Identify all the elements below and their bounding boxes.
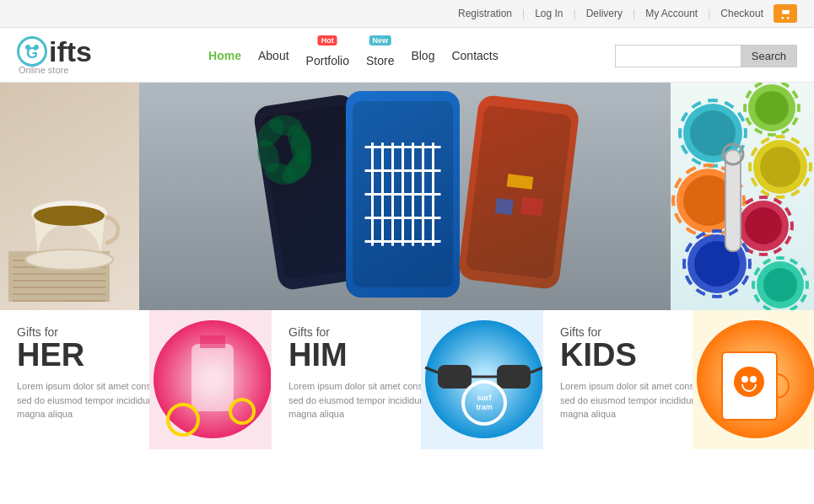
registration-link[interactable]: Registration (458, 8, 512, 19)
product-sections: Gifts for HER Lorem ipsum dolor sit amet… (0, 310, 814, 449)
new-badge: New (369, 35, 391, 46)
logo-brand: ifts (49, 37, 92, 66)
cart-button[interactable] (774, 4, 797, 23)
hero-right-image (671, 83, 814, 310)
separator2: | (574, 8, 576, 19)
search-input[interactable] (615, 45, 741, 67)
her-image-canvas (149, 310, 271, 449)
hero-left-panel (0, 83, 139, 310)
hero-right-panel (671, 83, 814, 310)
logo[interactable]: G ifts (17, 36, 92, 67)
hero-left-image (0, 83, 139, 310)
checkout-link[interactable]: Checkout (720, 8, 763, 19)
section-him: Gifts for HIM Lorem ipsum dolor sit amet… (272, 310, 543, 449)
hero-banner (0, 83, 814, 310)
nav-portfolio[interactable]: Hot Portfolio (306, 44, 349, 67)
logo-subtitle: Online store (19, 65, 68, 75)
him-image (421, 310, 542, 449)
hero-center-panel (139, 83, 671, 310)
search-button[interactable]: Search (741, 45, 797, 67)
separator: | (522, 8, 525, 19)
main-nav: Home About Hot Portfolio New Store Blog … (208, 44, 499, 67)
logo-g: G (26, 46, 38, 61)
search-area: Search (615, 45, 797, 67)
nav-contacts[interactable]: Contacts (451, 49, 498, 62)
nav-blog[interactable]: Blog (411, 49, 434, 62)
top-bar: Registration | Log In | Delivery | My Ac… (0, 0, 814, 28)
myaccount-link[interactable]: My Account (645, 8, 698, 19)
hot-badge: Hot (318, 35, 337, 46)
logo-icon: G (17, 36, 47, 67)
kids-image (693, 310, 814, 449)
separator4: | (708, 8, 710, 19)
delivery-link[interactable]: Delivery (586, 8, 623, 19)
kids-image-canvas (693, 310, 814, 449)
nav-store[interactable]: New Store (366, 44, 394, 67)
him-image-canvas (421, 310, 542, 449)
section-kids: Gifts for KIDS Lorem ipsum dolor sit ame… (543, 310, 814, 449)
section-her: Gifts for HER Lorem ipsum dolor sit amet… (0, 310, 272, 449)
login-link[interactable]: Log In (535, 8, 563, 19)
header: G ifts Online store Home About Hot Portf… (0, 28, 814, 83)
logo-area: G ifts Online store (17, 36, 92, 75)
her-image (149, 310, 271, 449)
nav-home[interactable]: Home (208, 49, 241, 62)
cart-icon (779, 7, 792, 20)
hero-center-image (139, 83, 671, 310)
nav-about[interactable]: About (258, 49, 289, 62)
separator3: | (633, 8, 635, 19)
